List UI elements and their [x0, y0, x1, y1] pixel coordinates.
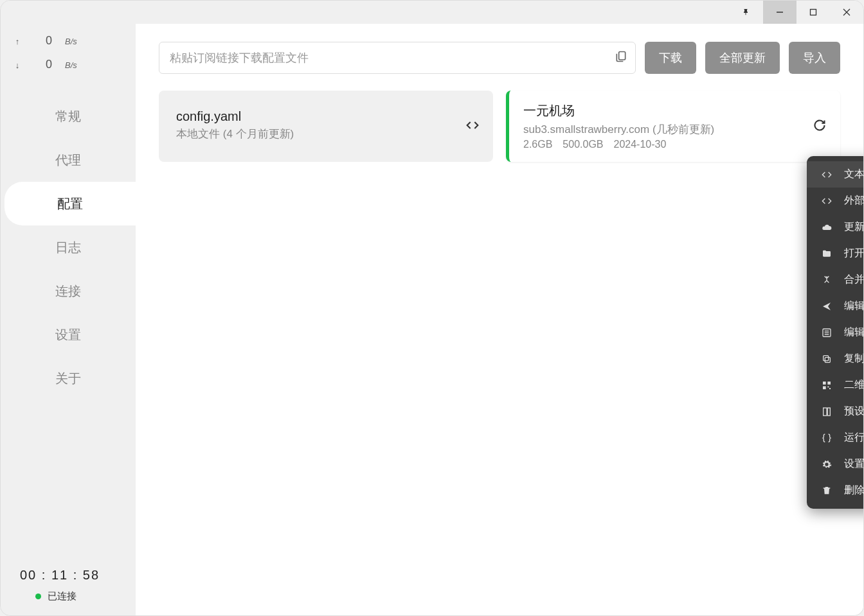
- menu-item-12[interactable]: 删除配置: [807, 477, 864, 504]
- upload-speed: ↑ 0 B/s: [1, 29, 136, 53]
- nav: 常规代理配置日志连接设置关于: [1, 94, 136, 555]
- upload-value: 0: [34, 34, 52, 48]
- trash-icon: [821, 485, 833, 497]
- profile-card-1[interactable]: 一元机场sub3.smallstrawberry.com (几秒前更新)2.6G…: [506, 91, 840, 162]
- profile-subtitle: 本地文件 (4 个月前更新): [176, 127, 466, 141]
- profile-context-menu: 文本编辑外部编辑更新配置打开位置合并配置编辑策略编辑规则复制配置二维码链预设配置…: [807, 156, 864, 509]
- menu-item-label: 打开位置: [844, 247, 864, 260]
- update-all-button[interactable]: 全部更新: [705, 42, 780, 74]
- list-icon: [821, 327, 833, 339]
- profile-card-0[interactable]: config.yaml本地文件 (4 个月前更新): [159, 91, 493, 162]
- svg-rect-9: [825, 357, 830, 362]
- menu-item-10[interactable]: 运行脚本: [807, 425, 864, 451]
- menu-item-label: 外部编辑: [844, 194, 864, 207]
- refresh-icon[interactable]: [813, 119, 826, 134]
- svg-rect-11: [823, 382, 826, 385]
- download-button[interactable]: 下载: [645, 42, 696, 74]
- svg-rect-15: [829, 388, 831, 389]
- menu-item-label: 文本编辑: [844, 168, 864, 181]
- menu-item-4[interactable]: 合并配置: [807, 267, 864, 293]
- menu-item-label: 复制配置: [844, 352, 864, 365]
- menu-item-11[interactable]: 设置订阅: [807, 451, 864, 477]
- status-dot-icon: [35, 594, 41, 599]
- svg-rect-17: [827, 408, 830, 416]
- close-button[interactable]: [830, 1, 863, 24]
- download-speed: ↓ 0 B/s: [1, 53, 136, 76]
- menu-item-label: 编辑策略: [844, 299, 864, 313]
- menu-item-label: 运行脚本: [844, 431, 864, 444]
- svg-rect-1: [811, 10, 816, 15]
- svg-rect-14: [827, 386, 829, 387]
- menu-item-6[interactable]: 编辑规则: [807, 319, 864, 346]
- nav-item-1[interactable]: 代理: [1, 138, 136, 182]
- status-label: 已连接: [48, 590, 76, 603]
- qr-icon: [821, 380, 833, 391]
- pin-button[interactable]: [730, 1, 763, 24]
- maximize-button[interactable]: [797, 1, 830, 24]
- menu-item-label: 编辑规则: [844, 326, 864, 339]
- svg-rect-4: [619, 52, 626, 60]
- code-icon: [821, 169, 833, 180]
- folder-icon: [821, 248, 833, 260]
- connection-status: 已连接: [20, 590, 116, 603]
- braces-icon: [821, 432, 833, 444]
- profile-title: config.yaml: [176, 109, 466, 124]
- send-icon: [821, 301, 833, 312]
- cloud-icon: [821, 222, 833, 233]
- profile-meta: 2.6GB500.0GB2024-10-30: [523, 139, 813, 150]
- menu-item-label: 预设配置: [844, 405, 864, 418]
- minimize-button[interactable]: [763, 1, 797, 24]
- menu-item-label: 设置订阅: [844, 457, 864, 471]
- nav-item-4[interactable]: 连接: [1, 269, 136, 313]
- menu-item-9[interactable]: 预设配置: [807, 398, 864, 425]
- profile-subtitle: sub3.smallstrawberry.com (几秒前更新): [523, 122, 813, 137]
- subscription-input-wrap: [159, 42, 636, 74]
- preset-icon: [821, 406, 833, 418]
- arrow-down-icon: ↓: [14, 60, 21, 70]
- menu-item-0[interactable]: 文本编辑: [807, 161, 864, 188]
- menu-item-3[interactable]: 打开位置: [807, 240, 864, 267]
- paste-icon[interactable]: [615, 50, 627, 66]
- svg-rect-13: [823, 386, 826, 389]
- menu-item-label: 更新配置: [844, 220, 864, 234]
- gear-icon: [821, 459, 833, 470]
- menu-item-label: 合并配置: [844, 273, 864, 286]
- menu-item-label: 删除配置: [844, 484, 864, 497]
- merge-icon: [821, 274, 833, 286]
- nav-item-6[interactable]: 关于: [1, 356, 136, 400]
- import-button[interactable]: 导入: [789, 42, 840, 74]
- svg-rect-12: [827, 382, 831, 385]
- nav-item-2[interactable]: 配置: [4, 182, 136, 225]
- titlebar: [1, 1, 863, 24]
- download-unit: B/s: [65, 60, 77, 70]
- copy-icon: [821, 353, 833, 365]
- menu-item-1[interactable]: 外部编辑: [807, 188, 864, 214]
- menu-item-5[interactable]: 编辑策略: [807, 293, 864, 319]
- menu-item-label: 二维码链: [844, 378, 864, 392]
- menu-item-2[interactable]: 更新配置: [807, 214, 864, 240]
- subscription-input[interactable]: [170, 51, 615, 65]
- profile-title: 一元机场: [523, 102, 813, 119]
- nav-item-3[interactable]: 日志: [1, 225, 136, 269]
- uptime-timer: 00 : 11 : 58: [20, 568, 116, 583]
- sidebar: ↑ 0 B/s ↓ 0 B/s 常规代理配置日志连接设置关于 00 : 11 :…: [1, 24, 136, 615]
- nav-item-5[interactable]: 设置: [1, 313, 136, 356]
- main-content: 下载 全部更新 导入 config.yaml本地文件 (4 个月前更新)一元机场…: [136, 24, 863, 615]
- code-icon: [821, 195, 833, 207]
- menu-item-7[interactable]: 复制配置: [807, 346, 864, 372]
- arrow-up-icon: ↑: [14, 37, 21, 46]
- code-icon[interactable]: [466, 119, 479, 134]
- svg-rect-16: [824, 408, 827, 416]
- upload-unit: B/s: [65, 37, 77, 46]
- download-value: 0: [34, 58, 52, 71]
- nav-item-0[interactable]: 常规: [1, 94, 136, 138]
- menu-item-8[interactable]: 二维码链: [807, 372, 864, 398]
- svg-rect-10: [824, 355, 829, 360]
